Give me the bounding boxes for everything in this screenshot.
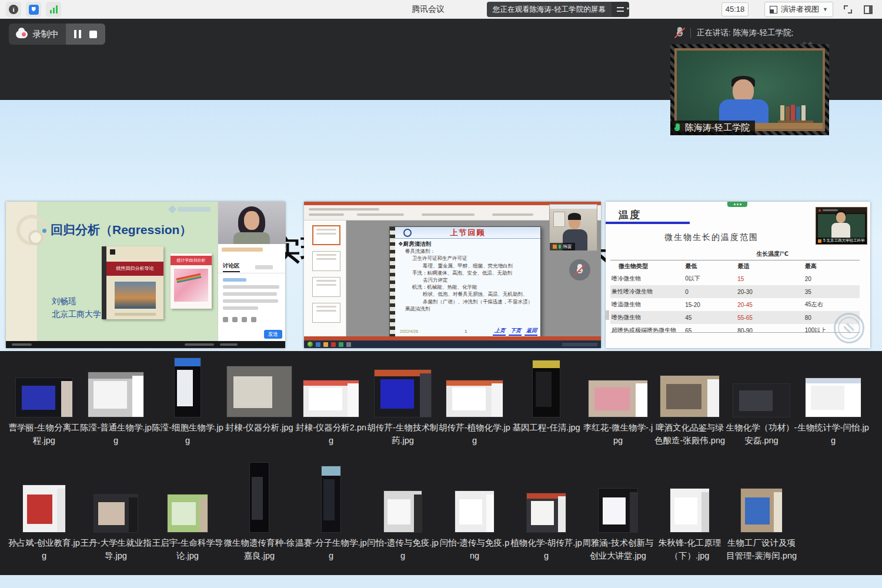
file-thumbnail[interactable] [227, 366, 292, 417]
file-thumbnail[interactable] [16, 378, 72, 417]
slide-thumb[interactable] [312, 277, 340, 297]
recording-label: 录制中 [32, 29, 59, 40]
file-thumbnail[interactable] [384, 491, 422, 532]
notebook-rings [390, 227, 395, 336]
file-item[interactable]: 闫怡-遗传与免疫.png [439, 459, 510, 562]
speaking-status: 正在讲话: 陈海涛-轻工学院; [675, 27, 793, 39]
pause-recording-button[interactable] [74, 30, 81, 38]
slide-thumb[interactable] [312, 251, 340, 271]
file-name: 胡传芹-植物化学.jpg [439, 421, 510, 447]
file-item[interactable]: 曹学丽-生物分离工程.jpg [8, 358, 80, 447]
file-item[interactable]: 封棣-仪器分析2.png [295, 358, 367, 447]
file-thumbnail[interactable] [175, 358, 201, 417]
file-item[interactable]: 闫怡-遗传与免疫.jpg [367, 459, 439, 562]
file-name: 胡传芹-生物技术制药.jpg [367, 421, 439, 447]
meeting-info-button[interactable]: i [6, 2, 21, 17]
file-item[interactable]: 孙占斌-创业教育.jpg [8, 459, 80, 562]
file-thumbnail[interactable] [88, 372, 143, 417]
file-item[interactable]: 植物化学-胡传芹.jpg [510, 459, 582, 562]
file-item[interactable]: 陈滢-细胞生物学.jpg [152, 358, 223, 447]
security-button[interactable] [26, 2, 41, 17]
file-thumbnail[interactable] [806, 378, 861, 417]
file-thumbnail[interactable] [670, 489, 709, 532]
recording-controls: 录制中 [9, 24, 105, 45]
file-item[interactable]: 基因工程-任清.jpg [510, 358, 582, 447]
file-item[interactable]: 王启宇-生命科学导论.jpg [152, 459, 223, 562]
banner-menu-button[interactable] [612, 2, 629, 17]
slide-thumb[interactable] [312, 303, 340, 323]
file-name: 生物统计学-闫怡.jpg [797, 421, 869, 447]
book-cover-statistics: 统计学回归分析 [171, 253, 212, 309]
file-thumbnail[interactable] [589, 380, 647, 417]
file-thumbnail[interactable] [168, 495, 208, 532]
file-item[interactable]: 生物工厂设计及项目管理-裴海闰.png [726, 459, 797, 562]
tab-members-blurred[interactable] [255, 265, 273, 269]
file-thumbnail[interactable] [250, 463, 269, 532]
file-thumbnail[interactable] [446, 380, 503, 417]
speaker-video-tile[interactable]: 陈海涛-轻工学院 [670, 44, 829, 135]
tab-discussion[interactable]: 讨论区 [223, 262, 240, 272]
stop-recording-button[interactable] [89, 31, 97, 38]
file-item[interactable]: 生物化学（功材）-安磊.png [726, 358, 797, 447]
file-item[interactable]: 啤酒文化品鉴与绿色酿造-张殿伟.png [654, 358, 726, 447]
view-mode-button[interactable]: 演讲者视图 ▼ [764, 2, 833, 17]
file-item[interactable]: 朱秋锋-化工原理（下）.jpg [654, 459, 726, 562]
slide-thumb[interactable] [312, 225, 340, 245]
file-thumbnail[interactable] [375, 370, 431, 417]
file-name: 微生物遗传育种-徐嘉良.jpg [223, 536, 295, 562]
temp-table-row: 嗜温微生物15-2020-4545左右 [610, 298, 860, 311]
file-thumbnail[interactable] [527, 493, 566, 532]
file-item[interactable]: 温赛-分子生物学.jpg [295, 459, 367, 562]
slide-body: ❖厨房清洁剂餐具洗涤剂：卫生许可证和生产许可证毒理、重金属、甲醇、细菌、荧光增白… [398, 240, 537, 312]
side-panel-button[interactable] [861, 3, 875, 16]
file-name: 基因工程-任清.jpg [510, 421, 582, 434]
screenshot-temperature-slide: 温度 微生物生长的温度范围 生长温度/℃ 微生物类型 最低 最适 最高 嗜冷微生… [606, 202, 870, 348]
fullscreen-button[interactable] [841, 3, 855, 16]
watching-banner[interactable]: 您正在观看陈海涛-轻工学院的屏幕 [487, 2, 629, 17]
file-name: 曹学丽-生物分离工程.jpg [8, 421, 80, 447]
file-thumbnail[interactable] [660, 376, 719, 417]
file-thumbnail[interactable] [455, 491, 494, 532]
file-thumbnail[interactable] [94, 495, 138, 532]
file-item[interactable]: 生物统计学-闫怡.jpg [797, 358, 869, 447]
slide-decoration-circle [28, 230, 44, 245]
expand-icon [844, 5, 852, 14]
webcam-name-label: 5 北京工商大学轻工科学技... [816, 238, 867, 244]
slide-text-line: 机洗：机械能、热能、化学能 [412, 283, 537, 290]
file-item[interactable]: 胡传芹-生物技术制药.jpg [367, 358, 439, 447]
file-item[interactable]: 胡传芹-植物化学.jpg [439, 358, 510, 447]
file-thumbnail[interactable] [23, 485, 65, 532]
file-item[interactable]: 李红花-微生物学-.jpg [582, 358, 654, 447]
file-name: 温赛-分子生物学.jpg [295, 536, 367, 562]
file-thumbnail[interactable] [733, 384, 790, 417]
file-row-2: 孙占斌-创业教育.jpg王丹-大学生就业指导.jpg王启宇-生命科学导论.jpg… [8, 459, 797, 562]
file-item[interactable]: 陈滢-普通生物学.jpg [80, 358, 152, 447]
file-item[interactable]: 王丹-大学生就业指导.jpg [80, 459, 152, 562]
file-item[interactable]: 微生物遗传育种-徐嘉良.jpg [223, 459, 295, 562]
file-name: 封棣-仪器分析2.png [295, 421, 367, 447]
classroom-watermark [169, 206, 211, 212]
panel-icon [864, 5, 873, 14]
file-name: 闫怡-遗传与免疫.jpg [367, 536, 439, 562]
col-max: 最高 [805, 260, 860, 273]
file-thumbnail[interactable] [599, 489, 637, 532]
file-thumbnail[interactable] [533, 360, 560, 417]
file-thumbnail[interactable] [322, 466, 340, 532]
slide-text-line: 粉状、低泡、对餐具无损蚀、高温、无机助剂、 [423, 290, 537, 298]
taskbar-tray [562, 343, 597, 346]
chalkboard [677, 51, 823, 129]
slide-title: 上节回顾 [450, 228, 486, 238]
slide-footer: 2022/4/26 1 上页 下页 返回 [395, 327, 540, 335]
screenshot-powerpoint: 上节回顾 ❖厨房清洁剂餐具洗涤剂：卫生许可证和生产许可证毒理、重金属、甲醇、细菌… [304, 202, 601, 348]
file-item[interactable]: 周雅涵-技术创新与创业大讲堂.jpg [582, 459, 654, 562]
file-name: 李红花-微生物学-.jpg [582, 421, 654, 447]
network-quality-button[interactable] [46, 2, 61, 17]
meeting-timer: 45:18 [721, 2, 749, 16]
signal-bars-icon [50, 5, 58, 14]
file-item[interactable]: 封棣-仪器分析.jpg [223, 358, 295, 447]
file-thumbnail[interactable] [303, 380, 359, 417]
titlebar: i 腾讯会议 您正在观看陈海涛-轻工学院的屏幕 45:18 演讲者视图 ▼ [0, 0, 882, 19]
mic-muted-icon[interactable] [675, 27, 684, 39]
temperature-table: 生长温度/℃ 微生物类型 最低 最适 最高 嗜冷微生物0以下1520兼性嗜冷微生… [610, 249, 860, 337]
file-thumbnail[interactable] [741, 489, 782, 532]
